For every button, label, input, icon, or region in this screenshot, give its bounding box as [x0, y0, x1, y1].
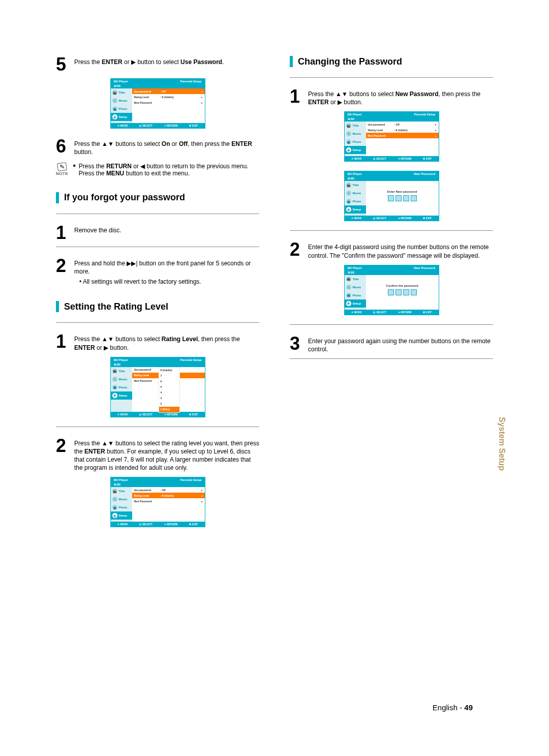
osd-rating-selected: BD PlayerParental Setup ⦿ BD 🎬Title ♫Mus… — [110, 477, 205, 527]
osd-confirm-password: BD PlayerNew Password ⦿ BD 🎬Title ♫Music… — [344, 265, 439, 315]
play-icon: ▶ — [338, 99, 342, 106]
rating-step-1: 1 Press the ▲▼ buttons to select Rating … — [56, 333, 259, 351]
rating-dropdown: 8 (Adults) 7 6 5 4 3 2 1 (Kids) — [159, 367, 180, 413]
section-changing-password: Changing the Password — [290, 56, 493, 67]
osd-enter-new-password: BD PlayerNew Password ⦿ BD 🎬Title ♫Music… — [344, 171, 439, 221]
osd-footer: MOVESELECTRETURNEXIT — [111, 123, 205, 128]
disc-icon: ⦿ — [114, 84, 116, 87]
section-bar-icon — [56, 301, 59, 312]
section-rating-level: Setting the Rating Level — [56, 301, 259, 312]
change-step-3: 3 Enter your password again using the nu… — [290, 335, 493, 353]
updown-icon: ▲▼ — [102, 440, 114, 447]
side-tab: System Setup — [497, 417, 506, 471]
play-icon: ▶ — [104, 344, 108, 351]
left-column: 5 Press the ENTER or ▶ button to select … — [56, 56, 259, 536]
change-step-2: 2 Enter the 4-digit password using the n… — [290, 241, 493, 259]
step-text: Press the ENTER or ▶ button to select Us… — [74, 56, 224, 66]
rating-step-2: 2 Press the ▲▼ buttons to select the rat… — [56, 437, 259, 472]
left-icon: ◀ — [140, 163, 145, 170]
osd-rating-dropdown: BD PlayerParental Setup ⦿ BD 🎬Title ♫Mus… — [110, 357, 205, 417]
forgot-step-1: 1 Remove the disc. — [56, 224, 259, 241]
password-boxes — [366, 195, 439, 201]
osd-new-password-row: BD PlayerParental Setup ⦿ BD 🎬Title ♫Mus… — [344, 111, 439, 162]
updown-icon: ▲▼ — [102, 140, 114, 147]
step-6: 6 Press the ▲▼ buttons to select On or O… — [56, 138, 259, 156]
updown-icon: ▲▼ — [336, 90, 348, 98]
section-forgot-password: If you forgot your password — [56, 192, 259, 203]
change-step-1: 1 Press the ▲▼ buttons to select New Pas… — [290, 88, 493, 106]
right-column: Changing the Password 1 Press the ▲▼ but… — [290, 56, 493, 536]
osd-sidebar: 🎬Title ♫Music ▣Photo ⚙Setup — [111, 88, 132, 123]
note-block: ✎ NOTE ■Press the RETURN or ◀ button to … — [56, 163, 259, 177]
forgot-step-2: 2 Press and hold the ▶▶| button on the f… — [56, 257, 259, 286]
play-icon: ▶ — [131, 58, 136, 66]
note-icon: ✎ — [57, 162, 67, 171]
section-bar-icon — [290, 56, 293, 67]
skip-icon: ▶▶| — [127, 260, 137, 267]
section-bar-icon — [56, 192, 59, 203]
step-5: 5 Press the ENTER or ▶ button to select … — [56, 56, 259, 73]
updown-icon: ▲▼ — [102, 336, 114, 343]
osd-pane: Use password: Off▸ Rating Level: 8 (Adul… — [132, 88, 205, 123]
step-number: 5 — [56, 56, 70, 73]
osd-use-password: BD PlayerParental Setup ⦿ BD 🎬Title ♫Mus… — [110, 78, 205, 129]
page-footer: English - 49 — [433, 703, 473, 712]
